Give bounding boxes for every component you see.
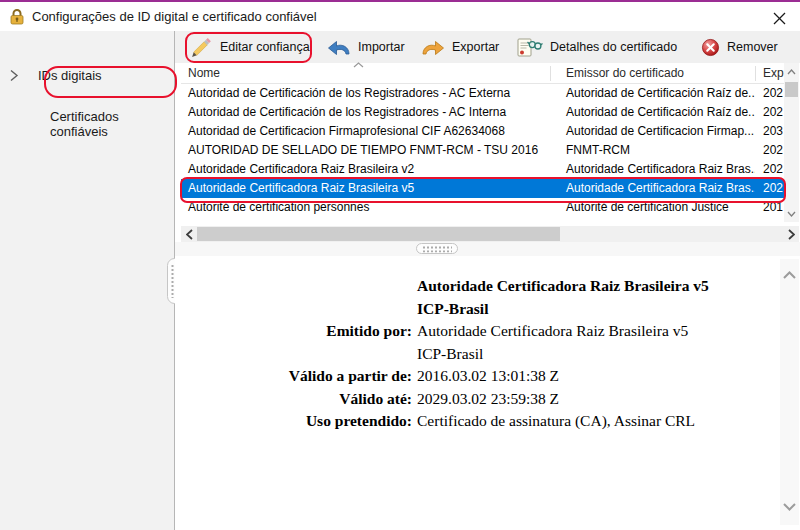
table-row[interactable]: Autoridad de Certificación de los Regist…: [181, 103, 799, 122]
detail-label: Válido até:: [175, 388, 412, 411]
certificate-icon: [516, 36, 543, 58]
detail-value: 2029.03.02 23:59:38 Z: [417, 388, 559, 411]
export-arrow-icon: [421, 39, 445, 56]
details-vertical-scrollbar[interactable]: [780, 259, 799, 525]
cell-name: Autoridad de Certificacion Firmaprofesio…: [181, 122, 550, 141]
cell-name: Autoridade Certificadora Raiz Brasileira…: [181, 160, 550, 179]
certificate-details-pane: Autoridade Certificadora Raiz Brasileira…: [175, 256, 800, 530]
certificate-table-body: Autoridad de Certificación de los Regist…: [181, 84, 799, 217]
title-bar: Configurações de ID digital e certificad…: [0, 2, 800, 31]
window-title: Configurações de ID digital e certificad…: [32, 2, 317, 31]
detail-line: Válido até:2029.03.02 23:59:38 Z: [175, 388, 770, 411]
sort-asc-icon: [353, 62, 364, 68]
h-scrollbar-thumb[interactable]: [197, 227, 560, 241]
table-vertical-scrollbar[interactable]: [784, 63, 799, 222]
cell-issuer: Autoridad de Certificación Raíz de...: [550, 103, 755, 122]
detail-line: Emitido por:Autoridade Certificadora Rai…: [175, 320, 770, 343]
cell-exp: 202: [755, 160, 784, 179]
sidebar: IDs digitais Certificados confiáveis: [0, 31, 174, 530]
table-row[interactable]: AUTORIDAD DE SELLADO DE TIEMPO FNMT-RCM …: [181, 141, 799, 160]
detail-line: Válido a partir de:2016.03.02 13:01:38 Z: [175, 365, 770, 388]
table-horizontal-scrollbar[interactable]: [181, 226, 799, 242]
export-button[interactable]: Exportar: [421, 31, 499, 63]
table-row[interactable]: Autoridad de Certificacion Firmaprofesio…: [181, 122, 799, 141]
detail-label: Válido a partir de:: [175, 365, 412, 388]
table-row[interactable]: Autoridade Certificadora Raiz Brasileira…: [181, 179, 799, 198]
cell-issuer: Autorité de certification Justice: [550, 198, 755, 217]
digital-id-settings-dialog: Configurações de ID digital e certificad…: [0, 0, 800, 530]
import-label: Importar: [358, 40, 405, 54]
cell-issuer: Autoridade Certificadora Raiz Bras...: [550, 160, 755, 179]
detail-value: Certificado de assinatura (CA), Assinar …: [417, 410, 695, 433]
cell-exp: 202: [755, 84, 784, 103]
import-arrow-icon: [327, 39, 351, 56]
detail-label: [175, 298, 412, 321]
cell-name: AUTORIDAD DE SELLADO DE TIEMPO FNMT-RCM …: [181, 141, 550, 160]
table-header: Nome Emissor do certificado Exp: [181, 63, 799, 84]
detail-label: Uso pretendido:: [175, 410, 412, 433]
detail-value: 2016.03.02 13:01:38 Z: [417, 365, 559, 388]
cell-issuer: FNMT-RCM: [550, 141, 755, 160]
cell-issuer: Autoridade Certificadora Raiz Bras...: [550, 179, 755, 198]
detail-value: ICP-Brasil: [417, 298, 488, 321]
cell-exp: 202: [755, 103, 784, 122]
scroll-down-icon[interactable]: [784, 206, 799, 221]
detail-label: [175, 275, 412, 298]
edit-trust-button[interactable]: Editar confiança: [190, 31, 310, 63]
edit-trust-label: Editar confiança: [220, 40, 310, 54]
toolbar: Editar confiança Importar Exportar: [175, 31, 800, 63]
detail-label: [175, 343, 412, 366]
detail-value: ICP-Brasil: [417, 343, 483, 366]
column-header-exp[interactable]: Exp: [755, 63, 784, 83]
cell-exp: 202: [755, 141, 784, 160]
lock-icon: [8, 8, 26, 26]
pencil-icon: [190, 36, 213, 59]
table-scrollbar-thumb[interactable]: [785, 82, 798, 97]
remove-icon: [701, 38, 720, 57]
certificate-table: Nome Emissor do certificado Exp Autorida…: [181, 63, 799, 225]
cell-name: Autoridad de Certificación de los Regist…: [181, 84, 550, 103]
cell-name: Autorité de certification personnes: [181, 198, 550, 217]
table-row[interactable]: Autoridade Certificadora Raiz Brasileira…: [181, 160, 799, 179]
sidebar-item-digital-ids[interactable]: IDs digitais: [38, 68, 102, 83]
detail-value: Autoridade Certificadora Raiz Brasileira…: [417, 275, 709, 298]
chevron-right-icon: [9, 69, 19, 82]
remove-label: Remover: [727, 40, 778, 54]
detail-value: Autoridade Certificadora Raiz Brasileira…: [417, 320, 688, 343]
scroll-down-icon[interactable]: [780, 499, 799, 515]
detail-line: Uso pretendido:Certificado de assinatura…: [175, 410, 770, 433]
cell-exp: 201: [755, 198, 784, 217]
certificate-details-label: Detalhes do certificado: [550, 40, 677, 54]
detail-label: Emitido por:: [175, 320, 412, 343]
table-row[interactable]: Autoridad de Certificación de los Regist…: [181, 84, 799, 103]
scroll-right-icon[interactable]: [783, 226, 799, 242]
horizontal-splitter: [175, 242, 800, 256]
export-label: Exportar: [452, 40, 499, 54]
cell-exp: 202: [755, 179, 784, 198]
column-separator: [755, 66, 756, 81]
scroll-up-icon[interactable]: [784, 64, 799, 79]
cell-issuer: Autoridad de Certificacion Firmap...: [550, 122, 755, 141]
column-separator: [550, 66, 551, 81]
table-row[interactable]: Autorité de certification personnesAutor…: [181, 198, 799, 217]
remove-button[interactable]: Remover: [701, 31, 778, 63]
close-icon[interactable]: [770, 9, 788, 27]
sidebar-item-trusted-certificates[interactable]: Certificados confiáveis: [50, 109, 174, 139]
column-header-issuer[interactable]: Emissor do certificado: [550, 63, 755, 83]
cell-issuer: Autoridad de Certificación Raíz de...: [550, 84, 755, 103]
detail-line: ICP-Brasil: [175, 343, 770, 366]
certificate-details-button[interactable]: Detalhes do certificado: [516, 31, 677, 63]
import-button[interactable]: Importar: [327, 31, 405, 63]
detail-line: ICP-Brasil: [175, 298, 770, 321]
scroll-left-icon[interactable]: [181, 226, 197, 242]
cell-exp: 203: [755, 122, 784, 141]
horizontal-splitter-grip[interactable]: [416, 243, 458, 254]
scroll-up-icon[interactable]: [780, 267, 799, 283]
column-header-name[interactable]: Nome: [181, 63, 550, 83]
cell-name: Autoridade Certificadora Raiz Brasileira…: [181, 179, 550, 198]
cell-name: Autoridad de Certificación de los Regist…: [181, 103, 550, 122]
certificate-details: Autoridade Certificadora Raiz Brasileira…: [175, 275, 770, 433]
detail-line: Autoridade Certificadora Raiz Brasileira…: [175, 275, 770, 298]
